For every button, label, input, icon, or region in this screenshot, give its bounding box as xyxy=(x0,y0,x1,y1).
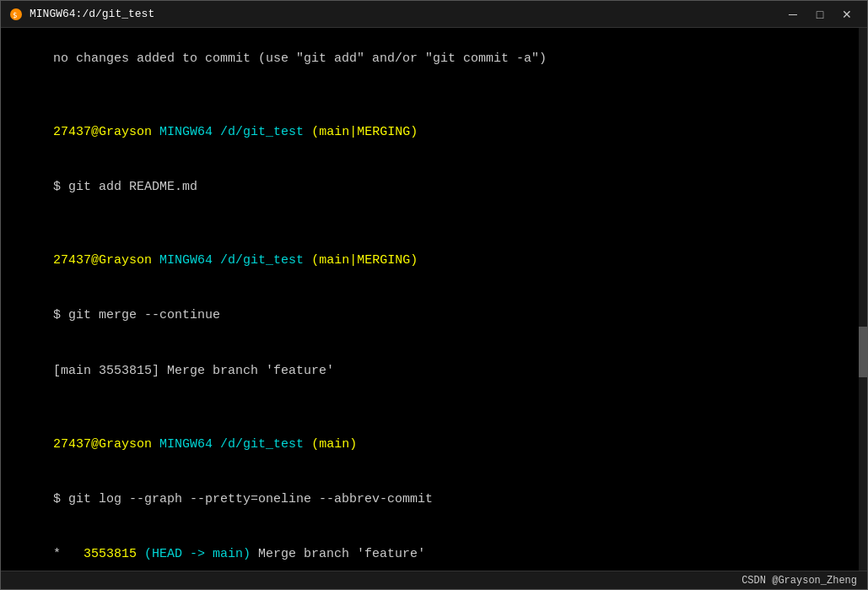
prompt-app: MINGW64 xyxy=(159,437,213,452)
commit-hash: 3553815 xyxy=(84,547,137,561)
prompt-path: /d/git_test xyxy=(220,437,304,452)
terminal-window: $ MINGW64:/d/git_test ─ □ ✕ no changes a… xyxy=(0,0,868,590)
prompt-branch: (main|MERGING) xyxy=(311,253,418,268)
window-title: MINGW64:/d/git_test xyxy=(30,8,154,20)
head-ref: (HEAD -> main) xyxy=(144,547,251,561)
svg-text:$: $ xyxy=(13,11,17,19)
app-icon: $ xyxy=(9,8,23,21)
blank-line xyxy=(8,398,860,417)
maximize-button[interactable]: □ xyxy=(808,5,832,24)
command-line: $ git add README.md xyxy=(8,160,860,214)
blank-line xyxy=(8,215,860,234)
output-text: no changes added to commit (use "git add… xyxy=(53,51,547,66)
prompt-line: 27437@Grayson MINGW64 /d/git_test (main) xyxy=(8,417,860,472)
command-line: $ git log --graph --pretty=oneline --abb… xyxy=(8,472,860,527)
minimize-button[interactable]: ─ xyxy=(781,5,805,24)
terminal-line: no changes added to commit (use "git add… xyxy=(8,31,860,86)
titlebar-left: $ MINGW64:/d/git_test xyxy=(9,8,154,21)
prompt-user: 27437@Grayson xyxy=(53,253,152,268)
titlebar: $ MINGW64:/d/git_test ─ □ ✕ xyxy=(1,1,867,28)
prompt-line: 27437@Grayson MINGW64 /d/git_test (main|… xyxy=(8,105,860,160)
prompt-path: /d/git_test xyxy=(220,253,304,268)
window-controls: ─ □ ✕ xyxy=(781,5,859,24)
prompt-branch: (main|MERGING) xyxy=(311,125,418,139)
prompt-line: 27437@Grayson MINGW64 /d/git_test (main|… xyxy=(8,233,860,288)
scrollbar[interactable] xyxy=(859,28,867,571)
prompt-app: MINGW64 xyxy=(159,125,213,139)
statusbar-text: CSDN @Grayson_Zheng xyxy=(741,575,857,587)
prompt-path: /d/git_test xyxy=(220,125,304,139)
graph-line: * 3553815 (HEAD -> main) Merge branch 'f… xyxy=(8,527,860,571)
terminal-body[interactable]: no changes added to commit (use "git add… xyxy=(1,28,867,571)
blank-line xyxy=(8,86,860,105)
cmd-text: $ git log --graph --pretty=oneline --abb… xyxy=(53,492,433,506)
merge-output: [main 3553815] Merge branch 'feature' xyxy=(53,364,334,378)
command-line: $ git merge --continue xyxy=(8,289,860,344)
prompt-user: 27437@Grayson xyxy=(53,125,152,139)
statusbar: CSDN @Grayson_Zheng xyxy=(1,571,867,589)
prompt-branch: (main) xyxy=(311,437,357,452)
output-line: [main 3553815] Merge branch 'feature' xyxy=(8,344,860,398)
cmd-text: $ git add README.md xyxy=(53,180,197,194)
scrollbar-thumb[interactable] xyxy=(859,327,867,377)
cmd-text: $ git merge --continue xyxy=(53,308,220,322)
close-button[interactable]: ✕ xyxy=(835,5,859,24)
prompt-app: MINGW64 xyxy=(159,253,213,268)
prompt-user: 27437@Grayson xyxy=(53,437,152,452)
